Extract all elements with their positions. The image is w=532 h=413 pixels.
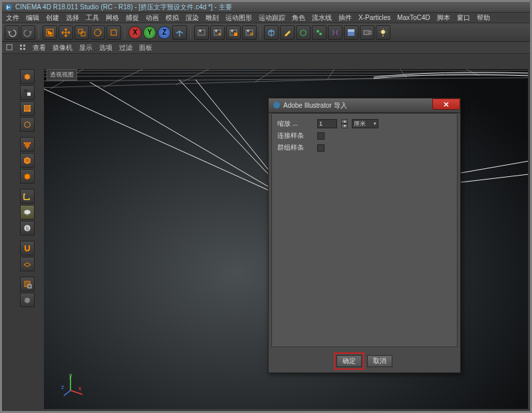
ok-button[interactable]: 确定	[336, 355, 362, 367]
redo-button[interactable]	[21, 25, 35, 40]
magnet-button[interactable]	[20, 241, 35, 255]
connect-row: 连接样条	[277, 130, 452, 142]
menu-plugins[interactable]: 插件	[338, 13, 352, 23]
environment-button[interactable]	[344, 25, 358, 40]
spinner-up-icon[interactable]: ▴	[341, 119, 348, 124]
svg-rect-27	[24, 89, 27, 92]
rotate-button[interactable]	[90, 25, 105, 40]
menu-xparticles[interactable]: X-Particles	[358, 14, 390, 21]
snap-mode-button[interactable]: S	[20, 221, 35, 235]
menu-anim[interactable]: 动画	[146, 13, 159, 23]
side-toolbar: S	[20, 69, 36, 307]
axis-mode-button[interactable]	[20, 189, 35, 204]
viewport-label: 透视视图	[47, 69, 77, 80]
group-checkbox[interactable]	[317, 144, 325, 152]
unit-select[interactable]: 厘米	[352, 119, 378, 128]
close-button[interactable]	[432, 98, 460, 110]
recent-tool-button[interactable]	[106, 25, 121, 40]
menu-maxtoc4d[interactable]: MaxToC4D	[397, 14, 430, 21]
axis-z-toggle[interactable]: Z	[158, 26, 171, 39]
svg-point-4	[94, 29, 101, 36]
texture-mode-button[interactable]	[20, 101, 35, 116]
menu-pipeline[interactable]: 流水线	[312, 13, 332, 23]
sub-view-icon[interactable]	[6, 44, 13, 52]
add-cube-button[interactable]	[264, 25, 279, 40]
axis-x-toggle[interactable]: X	[128, 26, 142, 39]
svg-point-32	[27, 147, 29, 149]
move-button[interactable]	[59, 25, 73, 40]
svg-line-45	[176, 69, 209, 85]
svg-rect-23	[20, 45, 22, 47]
sub-panel-icon[interactable]	[19, 44, 26, 52]
live-select-button[interactable]	[43, 25, 57, 40]
edge-mode-button[interactable]	[20, 153, 35, 168]
cancel-button[interactable]: 取消	[367, 355, 392, 367]
svg-point-17	[319, 33, 322, 35]
scale-button[interactable]	[74, 25, 89, 40]
dialog-titlebar[interactable]: Adobe Illustrator 导入	[269, 98, 460, 113]
sub-panels[interactable]: 面板	[139, 43, 152, 53]
scale-input[interactable]	[317, 119, 337, 128]
svg-rect-3	[81, 32, 85, 36]
menu-edit[interactable]: 编辑	[26, 13, 39, 23]
menu-mograph[interactable]: 运动图形	[225, 13, 252, 23]
axis-y-label: y	[69, 372, 72, 378]
undo-button[interactable]	[5, 25, 19, 40]
sub-options[interactable]: 选项	[99, 43, 112, 53]
render-settings-button[interactable]	[226, 25, 241, 40]
ai-import-dialog: Adobe Illustrator 导入 缩放 ... ▴ ▾ 厘米 连接样条	[268, 98, 461, 373]
svg-rect-20	[364, 31, 369, 35]
camera-button[interactable]	[360, 25, 374, 40]
svg-point-16	[317, 30, 319, 33]
menu-window[interactable]: 窗口	[457, 13, 470, 23]
svg-text:S: S	[25, 225, 29, 231]
pen-tool-button[interactable]	[280, 25, 295, 40]
axis-y-toggle[interactable]: Y	[143, 26, 156, 39]
workplane-button[interactable]	[20, 117, 35, 132]
sub-filter[interactable]: 过滤	[119, 43, 132, 53]
spinner-down-icon[interactable]: ▾	[341, 124, 348, 128]
sub-display[interactable]: 显示	[79, 43, 92, 53]
sub-view[interactable]: 查看	[33, 43, 46, 53]
polygon-mode-button[interactable]	[20, 169, 35, 184]
svg-rect-28	[27, 92, 31, 96]
menu-track[interactable]: 运动跟踪	[259, 13, 285, 23]
menu-snap[interactable]: 捕捉	[126, 13, 139, 23]
deformer-button[interactable]	[328, 25, 342, 40]
menu-sculpt[interactable]: 雕刻	[205, 13, 219, 23]
generator-button[interactable]	[312, 25, 327, 40]
menu-render[interactable]: 渲染	[186, 13, 199, 23]
lock-button[interactable]	[20, 277, 35, 291]
menu-select[interactable]: 选择	[66, 13, 79, 23]
menu-char[interactable]: 角色	[292, 13, 305, 23]
menu-create[interactable]: 创建	[46, 13, 59, 23]
connect-checkbox[interactable]	[317, 132, 325, 140]
menu-mesh[interactable]: 网格	[106, 13, 119, 23]
svg-rect-13	[234, 33, 237, 36]
menu-sim[interactable]: 模拟	[166, 13, 179, 23]
sub-camera[interactable]: 摄像机	[53, 43, 72, 53]
make-editable-button[interactable]	[20, 69, 35, 84]
svg-rect-24	[23, 45, 25, 47]
render-view-button[interactable]	[194, 25, 209, 40]
render-pict-button[interactable]	[210, 25, 225, 40]
dialog-footer: 确定 取消	[269, 350, 460, 372]
workplane-snap-button[interactable]	[20, 257, 35, 271]
svg-rect-25	[20, 48, 22, 50]
viewport-solo-button[interactable]	[20, 293, 35, 307]
render-queue-button[interactable]	[242, 25, 257, 40]
point-mode-button[interactable]	[20, 137, 35, 152]
light-button[interactable]	[376, 25, 390, 40]
coord-system-button[interactable]	[172, 25, 187, 40]
scale-spinner[interactable]: ▴ ▾	[341, 119, 348, 128]
nurbs-button[interactable]	[296, 25, 311, 40]
tweak-mode-button[interactable]	[20, 205, 35, 219]
dialog-body: 缩放 ... ▴ ▾ 厘米 连接样条 群组样条	[271, 113, 458, 347]
menu-file[interactable]: 文件	[6, 13, 19, 23]
group-row: 群组样条	[277, 142, 452, 154]
model-mode-button[interactable]	[20, 85, 35, 100]
menu-help[interactable]: 帮助	[477, 13, 490, 23]
svg-rect-6	[198, 30, 205, 35]
menu-tools[interactable]: 工具	[86, 13, 99, 23]
menu-script[interactable]: 脚本	[437, 13, 450, 23]
